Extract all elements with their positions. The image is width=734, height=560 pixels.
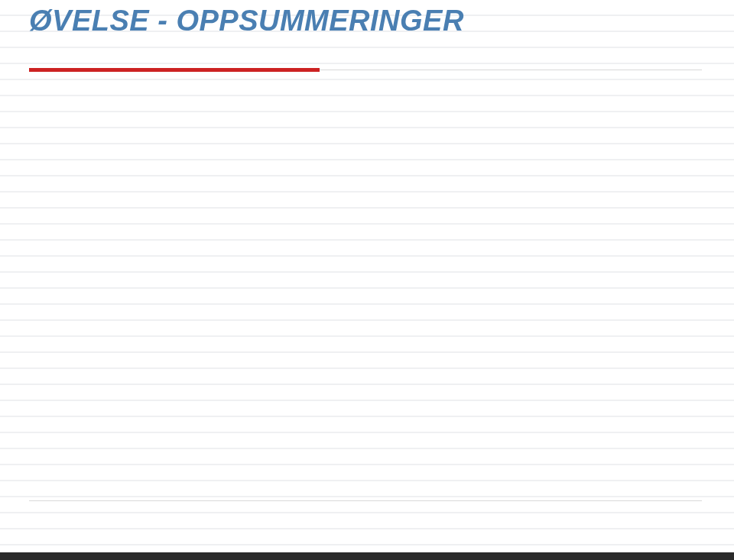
bottom-divider [29,500,702,501]
underline-accent [29,68,320,72]
lined-background [0,0,734,560]
title-underline [29,68,702,73]
slide-title: ØVELSE - OPPSUMMERINGER [29,5,464,37]
slide: ØVELSE - OPPSUMMERINGER [0,0,734,560]
footer-bar [0,552,734,560]
